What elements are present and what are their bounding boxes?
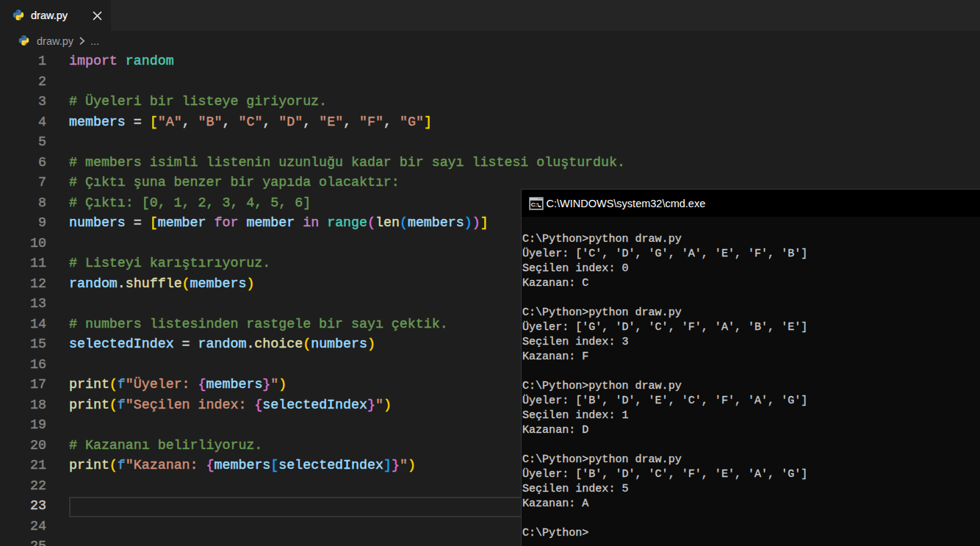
svg-text:C:\: C:\ <box>531 201 539 208</box>
